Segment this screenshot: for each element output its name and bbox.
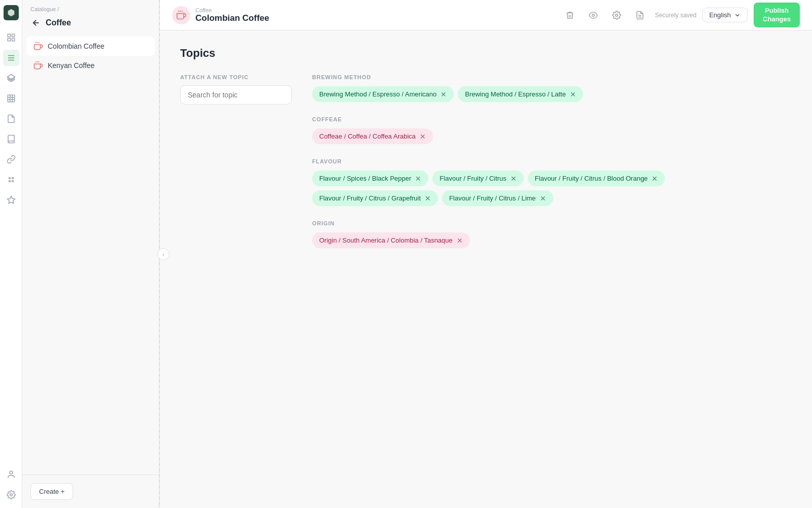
sidebar-item-label: Colombian Coffee xyxy=(48,42,105,50)
tag-remove-button[interactable]: ✕ xyxy=(511,175,517,182)
nav-icon-settings[interactable] xyxy=(3,487,19,503)
topbar-item-icon xyxy=(172,6,190,24)
breadcrumb: Catalogue / xyxy=(30,6,151,12)
topbar-supertitle: Coffee xyxy=(195,7,269,13)
main-wrapper: Coffee Colombian Coffee Securely saved E… xyxy=(160,0,812,508)
svg-rect-3 xyxy=(12,39,14,41)
notes-button[interactable] xyxy=(631,7,649,24)
tag-remove-button[interactable]: ✕ xyxy=(420,133,426,140)
sidebar-title-row: Coffee xyxy=(30,14,151,35)
publish-button[interactable]: Publish Changes xyxy=(754,3,800,28)
settings-button[interactable] xyxy=(608,7,625,24)
create-button[interactable]: Create + xyxy=(30,483,73,500)
topic-group-brewing-method: BREWING METHOD Brewing Method / Espresso… xyxy=(312,74,792,102)
sidebar-collapse-button[interactable]: ‹ xyxy=(157,248,170,260)
sidebar-footer: Create + xyxy=(22,475,159,508)
topic-group-origin: ORIGIN Origin / South America / Colombia… xyxy=(312,220,792,248)
app-logo[interactable] xyxy=(4,5,19,20)
icon-rail xyxy=(0,0,22,508)
group-label-coffeae: COFFEAE xyxy=(312,116,792,122)
tag-remove-button[interactable]: ✕ xyxy=(540,195,546,202)
nav-icon-layers[interactable] xyxy=(3,70,19,86)
svg-rect-0 xyxy=(8,34,10,37)
tag-brewing-method-1: Brewing Method / Espresso / Latte ✕ xyxy=(458,86,583,102)
nav-icon-star[interactable] xyxy=(3,192,19,208)
topic-group-coffeae: COFFEAE Coffeae / Coffea / Coffea Arabic… xyxy=(312,116,792,144)
svg-point-14 xyxy=(12,178,13,179)
topbar: Coffee Colombian Coffee Securely saved E… xyxy=(160,0,812,30)
back-button[interactable] xyxy=(30,17,42,28)
sidebar-item-kenyan[interactable]: Kenyan Coffee xyxy=(26,56,155,75)
tags-row-flavour: Flavour / Spices / Black Pepper ✕ Flavou… xyxy=(312,171,792,206)
tag-flavour-1: Flavour / Fruity / Citrus ✕ xyxy=(432,171,523,186)
topics-layout: ATTACH A NEW TOPIC BREWING METHOD Brewin… xyxy=(180,74,792,262)
visibility-button[interactable] xyxy=(585,7,602,24)
tag-coffeae-0: Coffeae / Coffea / Coffea Arabica ✕ xyxy=(312,128,433,144)
topbar-actions: Securely saved English Publish Changes xyxy=(561,3,800,28)
nav-icon-grid2[interactable] xyxy=(3,172,19,188)
language-selector[interactable]: English xyxy=(702,8,748,22)
nav-icon-table[interactable] xyxy=(3,90,19,107)
sidebar-items: Colombian Coffee Kenyan Coffee xyxy=(22,35,159,475)
group-label-brewing-method: BREWING METHOD xyxy=(312,74,792,80)
svg-marker-17 xyxy=(7,196,15,204)
tags-row-origin: Origin / South America / Colombia / Tasn… xyxy=(312,232,792,248)
topbar-left: Coffee Colombian Coffee xyxy=(172,6,553,24)
page-title: Topics xyxy=(180,47,792,60)
svg-point-30 xyxy=(592,14,595,16)
svg-point-18 xyxy=(10,471,13,474)
tags-row-brewing-method: Brewing Method / Espresso / Americano ✕ … xyxy=(312,86,792,102)
svg-point-13 xyxy=(9,178,10,179)
svg-rect-8 xyxy=(8,95,15,102)
tag-remove-button[interactable]: ✕ xyxy=(570,91,576,98)
sidebar-item-label: Kenyan Coffee xyxy=(48,61,94,70)
tags-row-coffeae: Coffeae / Coffea / Coffea Arabica ✕ xyxy=(312,128,792,144)
svg-point-15 xyxy=(9,181,10,182)
nav-icon-list[interactable] xyxy=(3,50,19,66)
search-input[interactable] xyxy=(180,85,292,105)
tag-label: Flavour / Fruity / Citrus / Blood Orange xyxy=(535,175,648,182)
nav-icon-user[interactable] xyxy=(3,466,19,483)
tag-label: Flavour / Fruity / Citrus / Lime xyxy=(449,194,535,202)
tag-remove-button[interactable]: ✕ xyxy=(441,91,447,98)
tag-flavour-2: Flavour / Fruity / Citrus / Blood Orange… xyxy=(528,171,665,186)
tag-label: Flavour / Spices / Black Pepper xyxy=(319,175,411,182)
topic-group-flavour: FLAVOUR Flavour / Spices / Black Pepper … xyxy=(312,158,792,206)
tag-label: Flavour / Fruity / Citrus xyxy=(439,175,506,182)
sidebar-title: Coffee xyxy=(46,18,71,27)
tag-remove-button[interactable]: ✕ xyxy=(457,237,463,244)
saved-status: Securely saved xyxy=(655,12,696,19)
svg-point-16 xyxy=(12,181,13,182)
tag-remove-button[interactable]: ✕ xyxy=(415,175,421,182)
topbar-title: Colombian Coffee xyxy=(195,13,269,23)
delete-button[interactable] xyxy=(561,7,579,24)
nav-icon-book[interactable] xyxy=(3,131,19,147)
sidebar-item-colombian[interactable]: Colombian Coffee xyxy=(26,37,155,56)
tag-brewing-method-0: Brewing Method / Espresso / Americano ✕ xyxy=(312,86,454,102)
nav-icon-home[interactable] xyxy=(3,29,19,46)
attach-label: ATTACH A NEW TOPIC xyxy=(180,74,292,80)
tag-flavour-3: Flavour / Fruity / Citrus / Grapefruit ✕ xyxy=(312,190,438,206)
nav-icon-link[interactable] xyxy=(3,151,19,167)
svg-rect-2 xyxy=(8,39,10,41)
svg-rect-1 xyxy=(12,34,14,37)
group-label-origin: ORIGIN xyxy=(312,220,792,226)
group-label-flavour: FLAVOUR xyxy=(312,158,792,164)
content-area: Topics ATTACH A NEW TOPIC BREWING METHOD… xyxy=(160,30,812,508)
tag-remove-button[interactable]: ✕ xyxy=(652,175,658,182)
tag-origin-0: Origin / South America / Colombia / Tasn… xyxy=(312,232,470,248)
tag-label: Brewing Method / Espresso / Latte xyxy=(465,90,566,98)
tag-remove-button[interactable]: ✕ xyxy=(425,195,431,202)
nav-icon-doc[interactable] xyxy=(3,111,19,127)
topbar-breadcrumb: Coffee Colombian Coffee xyxy=(195,7,269,23)
attach-panel: ATTACH A NEW TOPIC xyxy=(180,74,292,105)
tag-label: Flavour / Fruity / Citrus / Grapefruit xyxy=(319,194,421,202)
sidebar-header: Catalogue / Coffee xyxy=(22,0,159,35)
coffee-icon xyxy=(32,41,44,52)
svg-point-19 xyxy=(10,494,12,496)
tag-flavour-4: Flavour / Fruity / Citrus / Lime ✕ xyxy=(442,190,553,206)
tag-flavour-0: Flavour / Spices / Black Pepper ✕ xyxy=(312,171,428,186)
tag-label: Coffeae / Coffea / Coffea Arabica xyxy=(319,132,416,140)
coffee-icon xyxy=(32,60,44,71)
topic-groups: BREWING METHOD Brewing Method / Espresso… xyxy=(312,74,792,262)
